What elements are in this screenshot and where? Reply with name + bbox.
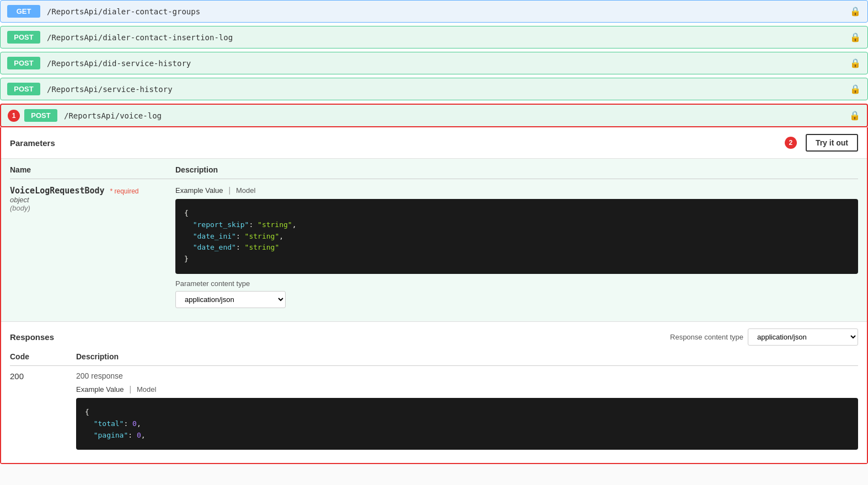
endpoint-row-0[interactable]: GET/ReportsApi/dialer-contact-groups🔒	[0, 0, 868, 23]
response-desc-text-200: 200 response	[76, 371, 858, 380]
name-column-header: Name	[10, 165, 175, 174]
params-table: Name Description VoiceLogRequestBody * r…	[1, 159, 867, 321]
api-container: GET/ReportsApi/dialer-contact-groups🔒POS…	[0, 0, 868, 464]
method-badge-4: POST	[24, 109, 57, 122]
response-code-block: { "total": 0, "pagina": 0,	[76, 398, 858, 450]
endpoint-row-2[interactable]: POST/ReportsApi/did-service-history🔒	[0, 52, 868, 74]
response-row-200: 200 200 response Example Value | Model {…	[10, 371, 858, 450]
step-badge-1: 1	[8, 110, 20, 122]
lock-icon-0: 🔒	[850, 6, 861, 17]
response-content-type-section: Response content type application/json t…	[670, 328, 858, 346]
step-badge-2: 2	[785, 137, 797, 149]
param-row: VoiceLogRequestBody * required object (b…	[10, 186, 858, 308]
param-desc-section: Example Value | Model { "report_skip": "…	[175, 186, 858, 308]
model-link[interactable]: Model	[236, 186, 255, 195]
param-location: (body)	[10, 204, 175, 212]
lock-icon-3: 🔒	[850, 84, 861, 94]
endpoint-path-4: /ReportsApi/voice-log	[64, 111, 849, 120]
example-model-links: Example Value | Model	[175, 186, 858, 195]
response-desc-column-header: Description	[76, 352, 858, 361]
code-block: { "report_skip": "string", "date_ini": "…	[175, 199, 858, 274]
endpoint-list: GET/ReportsApi/dialer-contact-groups🔒POS…	[0, 0, 868, 127]
code-column-header: Code	[10, 352, 76, 361]
method-badge-2: POST	[7, 57, 40, 69]
responses-header: Responses Response content type applicat…	[10, 328, 858, 346]
method-badge-3: POST	[7, 83, 40, 95]
param-type: object	[10, 196, 175, 204]
endpoint-row-1[interactable]: POST/ReportsApi/dialer-contact-insertion…	[0, 26, 868, 48]
endpoint-path-2: /ReportsApi/did-service-history	[47, 59, 850, 68]
required-label: * required	[110, 187, 138, 195]
endpoint-path-1: /ReportsApi/dialer-contact-insertion-log	[47, 33, 850, 42]
response-example-link[interactable]: Example Value	[76, 385, 124, 394]
content-type-label: Parameter content type	[175, 279, 858, 288]
endpoint-path-0: /ReportsApi/dialer-contact-groups	[47, 7, 850, 16]
content-type-select[interactable]: application/json text/plain application/…	[175, 291, 286, 308]
params-header: Parameters 2 Try it out	[1, 127, 867, 159]
response-content-type-label: Response content type	[670, 333, 743, 341]
endpoint-row-4[interactable]: 1POST/ReportsApi/voice-log🔒	[0, 104, 868, 127]
param-name: VoiceLogRequestBody	[10, 186, 105, 196]
try-it-section: 2 Try it out	[785, 134, 858, 152]
lock-icon-2: 🔒	[850, 58, 861, 68]
lock-icon-1: 🔒	[850, 32, 861, 42]
response-code-200: 200	[10, 371, 76, 450]
endpoint-row-3[interactable]: POST/ReportsApi/service-history🔒	[0, 78, 868, 100]
method-badge-1: POST	[7, 31, 40, 44]
example-value-link[interactable]: Example Value	[175, 186, 223, 195]
table-header: Name Description	[10, 165, 858, 179]
response-example-model-links: Example Value | Model	[76, 385, 858, 394]
responses-title: Responses	[10, 332, 54, 342]
response-table-header: Code Description	[10, 352, 858, 366]
try-it-out-button[interactable]: Try it out	[806, 134, 858, 152]
response-desc-200: 200 response Example Value | Model { "to…	[76, 371, 858, 450]
response-content-type-select[interactable]: application/json text/plain application/…	[748, 328, 858, 346]
desc-column-header: Description	[175, 165, 858, 174]
param-name-row: VoiceLogRequestBody * required	[10, 186, 175, 196]
method-badge-0: GET	[7, 5, 40, 18]
expanded-endpoint-section: Parameters 2 Try it out Name Description…	[0, 127, 868, 464]
endpoint-path-3: /ReportsApi/service-history	[47, 85, 850, 94]
param-name-section: VoiceLogRequestBody * required object (b…	[10, 186, 175, 308]
response-model-link[interactable]: Model	[137, 385, 156, 394]
lock-icon-4: 🔒	[849, 110, 860, 121]
params-title: Parameters	[10, 138, 55, 148]
responses-section: Responses Response content type applicat…	[1, 321, 867, 463]
